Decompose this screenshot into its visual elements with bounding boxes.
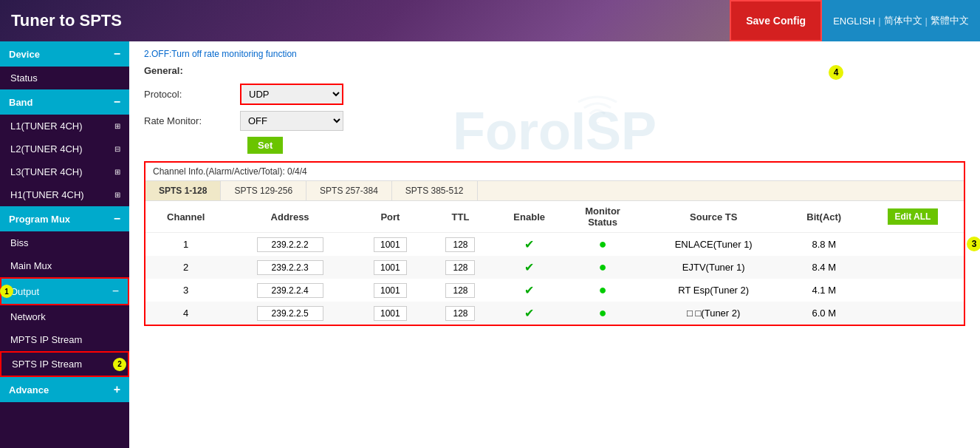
ttl-cell xyxy=(427,256,494,279)
source-ts-cell: EJTV(Tuner 1) xyxy=(641,256,787,279)
port-input[interactable] xyxy=(374,283,407,298)
ttl-cell xyxy=(427,302,494,325)
sidebar-item-main-mux[interactable]: Main Mux xyxy=(0,254,129,277)
enable-check-icon: ✔ xyxy=(524,284,534,296)
language-bar: ENGLISH | 简体中文 | 繁體中文 xyxy=(822,0,980,41)
monitor-status-icon: ● xyxy=(599,282,607,297)
output-collapse-icon: − xyxy=(112,285,119,298)
ttl-input[interactable] xyxy=(445,260,475,275)
sidebar-item-l1[interactable]: L1(TUNER 4CH) ⊞ xyxy=(0,115,129,138)
sidebar-item-program-mux[interactable]: Program Mux − xyxy=(0,206,129,231)
main-layout: Device − Status Band − L1(TUNER 4CH) ⊞ L… xyxy=(0,41,980,448)
sidebar-item-mpts-ip[interactable]: MPTS IP Stream xyxy=(0,328,129,351)
save-config-button[interactable]: Save Config xyxy=(730,0,822,41)
ttl-cell xyxy=(427,233,494,257)
monitor-status-icon: ● xyxy=(599,237,607,251)
sidebar-item-network[interactable]: Network xyxy=(0,305,129,328)
info-text: 2.OFF:Turn off rate monitoring function xyxy=(144,49,965,59)
port-cell xyxy=(354,302,427,325)
edit-all-button[interactable]: Edit ALL xyxy=(888,208,939,225)
channel-info-box: 3 Channel Info.(Alarm/Active/Total): 0/4… xyxy=(144,161,965,326)
l3-grid-icon: ⊞ xyxy=(114,168,120,176)
sidebar-item-advance[interactable]: Advance + xyxy=(0,377,129,402)
sidebar-item-device[interactable]: Device − xyxy=(0,41,129,67)
port-cell xyxy=(354,279,427,302)
channel-table: Channel Address Port TTL Enable MonitorS… xyxy=(145,201,964,325)
monitor-cell: ● xyxy=(564,302,641,325)
table-row: 1 ✔ ● ENLACE(Tuner 1) 8.8 M xyxy=(145,233,964,257)
source-ts-cell: ENLACE(Tuner 1) xyxy=(641,233,787,257)
bit-cell: 4.1 M xyxy=(787,279,862,302)
ttl-cell xyxy=(427,279,494,302)
bit-cell: 6.0 M xyxy=(787,302,862,325)
header-actions: Save Config ENGLISH | 简体中文 | 繁體中文 xyxy=(730,0,980,41)
enable-cell: ✔ xyxy=(494,256,564,279)
lang-simplified[interactable]: 简体中文 xyxy=(884,14,922,27)
lang-english[interactable]: ENGLISH xyxy=(833,16,875,27)
address-input[interactable] xyxy=(257,260,323,275)
sidebar-item-status[interactable]: Status xyxy=(0,67,129,89)
ttl-input[interactable] xyxy=(445,237,475,252)
l1-grid-icon: ⊞ xyxy=(114,122,120,130)
th-monitor-status: MonitorStatus xyxy=(564,201,641,233)
address-input[interactable] xyxy=(257,306,323,321)
port-input[interactable] xyxy=(374,237,407,252)
th-address: Address xyxy=(226,201,353,233)
sidebar-item-spts-ip[interactable]: SPTS IP Stream 2 xyxy=(0,351,129,377)
sidebar-item-biss[interactable]: Biss xyxy=(0,231,129,254)
rate-monitor-row: Rate Monitor: OFF ON xyxy=(144,111,965,131)
protocol-row: Protocol: UDP RTP xyxy=(144,84,965,105)
channel-info-header: Channel Info.(Alarm/Active/Total): 0/4/4 xyxy=(145,163,964,181)
channel-num: 4 xyxy=(145,302,226,325)
sidebar-item-band[interactable]: Band − xyxy=(0,89,129,115)
tab-spts-385-512[interactable]: SPTS 385-512 xyxy=(392,181,478,200)
table-row: 2 ✔ ● EJTV(Tuner 1) 8.4 M xyxy=(145,256,964,279)
enable-cell: ✔ xyxy=(494,233,564,257)
bit-cell: 8.4 M xyxy=(787,256,862,279)
sidebar-item-output[interactable]: Output − 1 xyxy=(0,277,129,305)
rate-monitor-select[interactable]: OFF ON xyxy=(240,111,343,131)
ttl-input[interactable] xyxy=(445,306,475,321)
monitor-cell: ● xyxy=(564,233,641,257)
annotation-2: 2 xyxy=(113,358,126,371)
enable-check-icon: ✔ xyxy=(524,261,534,274)
th-port: Port xyxy=(354,201,427,233)
enable-check-icon: ✔ xyxy=(524,238,534,251)
th-bit-act: Bit(Act) xyxy=(787,201,862,233)
band-collapse-icon: − xyxy=(114,95,120,109)
set-button[interactable]: Set xyxy=(247,137,283,154)
app-title: Tuner to SPTS xyxy=(11,11,122,30)
channel-num: 1 xyxy=(145,233,226,257)
tab-spts-129-256[interactable]: SPTS 129-256 xyxy=(221,181,306,200)
th-source-ts: Source TS xyxy=(641,201,787,233)
channel-num: 3 xyxy=(145,279,226,302)
table-row: 3 ✔ ● RT Esp(Tuner 2) 4.1 M xyxy=(145,279,964,302)
protocol-select[interactable]: UDP RTP xyxy=(240,84,343,105)
table-row: 4 ✔ ● □ □(Tuner 2) 6.0 M xyxy=(145,302,964,325)
annotation-3: 3 xyxy=(967,237,980,251)
sidebar-item-l2[interactable]: L2(TUNER 4CH) ⊟ xyxy=(0,138,129,160)
th-actions: Edit ALL xyxy=(862,201,964,233)
sidebar: Device − Status Band − L1(TUNER 4CH) ⊞ L… xyxy=(0,41,129,448)
address-cell xyxy=(226,233,353,257)
address-input[interactable] xyxy=(257,237,323,252)
th-channel: Channel xyxy=(145,201,226,233)
tab-spts-257-384[interactable]: SPTS 257-384 xyxy=(306,181,392,200)
bit-cell: 8.8 M xyxy=(787,233,862,257)
monitor-cell: ● xyxy=(564,256,641,279)
th-ttl: TTL xyxy=(427,201,494,233)
ttl-input[interactable] xyxy=(445,283,475,298)
port-input[interactable] xyxy=(374,306,407,321)
address-cell xyxy=(226,256,353,279)
enable-cell: ✔ xyxy=(494,279,564,302)
monitor-cell: ● xyxy=(564,279,641,302)
port-input[interactable] xyxy=(374,260,407,275)
lang-traditional[interactable]: 繁體中文 xyxy=(931,14,969,27)
l2-grid-icon: ⊟ xyxy=(114,145,120,153)
protocol-label: Protocol: xyxy=(144,89,240,100)
sidebar-item-h1[interactable]: H1(TUNER 4CH) ⊞ xyxy=(0,183,129,206)
sidebar-item-l3[interactable]: L3(TUNER 4CH) ⊞ xyxy=(0,160,129,183)
tab-spts-1-128[interactable]: SPTS 1-128 xyxy=(145,181,221,200)
address-input[interactable] xyxy=(257,283,323,298)
address-cell xyxy=(226,279,353,302)
